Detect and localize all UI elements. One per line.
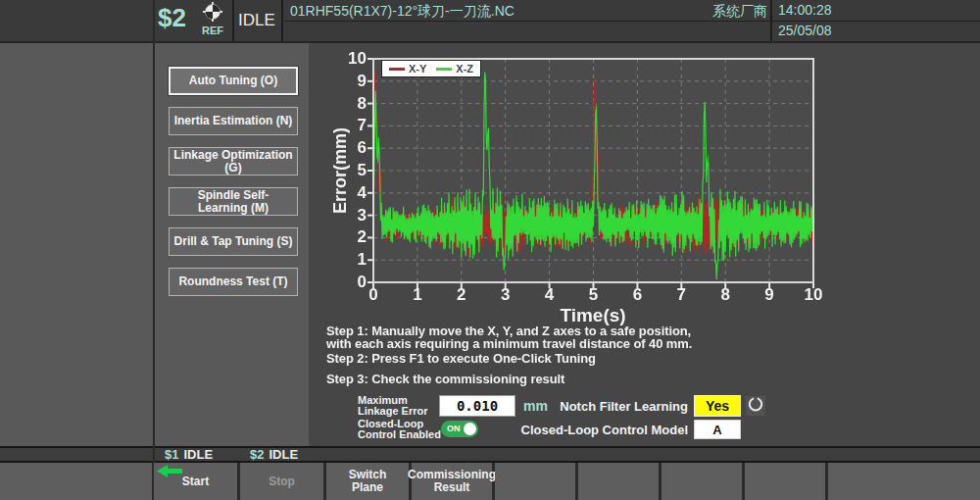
softkey-empty [745, 463, 825, 500]
status-channel-state: IDLE [269, 447, 298, 462]
error-chart-canvas [366, 56, 819, 289]
sidebar-item-label: Linkage Optimization (G) [173, 149, 293, 175]
x-tick-label: 0 [359, 285, 388, 305]
x-tick-label: 1 [403, 285, 432, 305]
channel-status-bar: $1IDLE$2IDLE [0, 446, 980, 463]
legend-entry-x-z: X-Z [436, 63, 473, 75]
status-channel-1: $1IDLE [165, 448, 213, 461]
softkey-start[interactable]: Start [154, 463, 237, 500]
header-divider [281, 0, 283, 41]
legend-entry-x-y: X-Y [389, 63, 426, 75]
softkey-empty [662, 463, 742, 500]
function-sidebar: Auto Tuning (O)Inertia Estimation (N)Lin… [155, 43, 309, 446]
vendor-label: 系统厂商 [588, 1, 767, 21]
sidebar-item-label: Inertia Estimation (N) [174, 115, 293, 127]
ref-label: REF [198, 25, 227, 36]
status-channel-state: IDLE [183, 447, 213, 462]
softkey-label: Commissioning Result [408, 469, 496, 494]
y-tick-label: 8 [327, 94, 367, 114]
control-model-value[interactable]: A [694, 420, 741, 439]
notch-filter-relearn-button[interactable] [746, 396, 765, 416]
notch-filter-label: Notch Filter Learning [490, 399, 688, 414]
clock-time: 14:00:28 [778, 2, 832, 18]
status-channel-2: $2IDLE [250, 448, 298, 461]
x-tick-label: 3 [491, 285, 520, 305]
softkey-empty [578, 463, 659, 500]
status-channel-id: $1 [165, 447, 178, 462]
softkey-label: Stop [269, 475, 295, 488]
refresh-icon [748, 396, 763, 416]
sidebar-item-label: Drill & Tap Tuning (S) [174, 235, 293, 248]
chart-legend: X-YX-Z [381, 60, 481, 77]
y-tick-label: 9 [327, 72, 367, 91]
softkey-label: Switch Plane [349, 469, 387, 494]
y-tick-label: 10 [327, 49, 367, 69]
channel-indicator: $2 [158, 3, 186, 33]
x-tick-label: 7 [666, 285, 696, 305]
legend-dash [389, 68, 405, 71]
sidebar-item-label: Auto Tuning (O) [189, 75, 277, 87]
left-panel-divider [153, 0, 155, 463]
closed-loop-enabled-label: Closed-Loop Control Enabled [358, 419, 441, 440]
left-empty-panel [0, 43, 153, 446]
softkey-stop[interactable]: Stop [240, 463, 323, 500]
y-axis-label: Error(mm) [330, 127, 351, 214]
reference-datum-icon [202, 9, 223, 25]
softkey-empty [0, 463, 152, 500]
sidebar-item-linkage-optimization-g[interactable]: Linkage Optimization (G) [169, 147, 298, 175]
header-bar: $2 REF IDLE 01RHF55(R1X7)-12°球刀-一刀流.NC 系… [0, 0, 980, 43]
program-name: 01RHF55(R1X7)-12°球刀-一刀流.NC [290, 1, 514, 21]
toggle-state-label: ON [447, 424, 461, 433]
softkey-commissioning-result[interactable]: Commissioning Result [412, 463, 492, 500]
sidebar-item-drill-tap-tuning-s[interactable]: Drill & Tap Tuning (S) [169, 227, 298, 256]
sidebar-item-roundness-test-t[interactable]: Roundness Test (T) [169, 268, 298, 296]
step1-text-line2: with each axis requiring a minimum trave… [326, 336, 692, 351]
softkey-row: StartStopSwitch PlaneCommissioning Resul… [0, 463, 980, 500]
ref-status: REF [198, 1, 227, 36]
softkey-empty [828, 463, 980, 500]
x-tick-label: 8 [710, 285, 740, 305]
notch-filter-value[interactable]: Yes [694, 395, 741, 417]
sidebar-item-inertia-estimation-n[interactable]: Inertia Estimation (N) [169, 107, 298, 135]
softkey-empty [495, 463, 575, 500]
machine-mode: IDLE [234, 0, 279, 41]
x-tick-label: 10 [799, 285, 828, 305]
legend-label: X-Z [456, 63, 473, 75]
x-tick-label: 9 [755, 285, 784, 305]
x-tick-label: 4 [535, 285, 564, 305]
y-tick-label: 2 [327, 227, 367, 247]
toggle-knob [464, 423, 476, 435]
max-linkage-error-label: Maximum Linkage Error [358, 395, 428, 417]
softkey-label: Start [182, 475, 209, 488]
step2-text: Step 2: Press F1 to execute One-Click Tu… [326, 351, 596, 366]
x-tick-label: 2 [447, 285, 476, 305]
green-left-arrow-icon [157, 465, 182, 480]
x-tick-label: 6 [622, 285, 652, 305]
cnc-tuning-screen: $2 REF IDLE 01RHF55(R1X7)-12°球刀-一刀流.NC 系… [0, 0, 980, 500]
status-channel-id: $2 [250, 447, 264, 462]
legend-label: X-Y [409, 63, 426, 75]
sidebar-item-label: Roundness Test (T) [178, 275, 287, 288]
control-model-label: Closed-Loop Control Model [490, 423, 688, 437]
header-row-divider [284, 21, 980, 22]
y-tick-label: 1 [327, 250, 367, 270]
legend-dash [436, 68, 452, 71]
closed-loop-toggle[interactable]: ON [441, 421, 478, 437]
x-tick-label: 5 [579, 285, 609, 305]
softkey-switch-plane[interactable]: Switch Plane [326, 463, 409, 500]
clock-date: 25/05/08 [778, 23, 832, 38]
step3-text: Step 3: Check the commissioning result [326, 372, 564, 386]
sidebar-item-label: Spindle Self-Learning (M) [173, 189, 293, 215]
sidebar-item-spindle-self-learning-m[interactable]: Spindle Self-Learning (M) [169, 187, 298, 216]
sidebar-item-auto-tuning-o[interactable]: Auto Tuning (O) [169, 67, 298, 95]
